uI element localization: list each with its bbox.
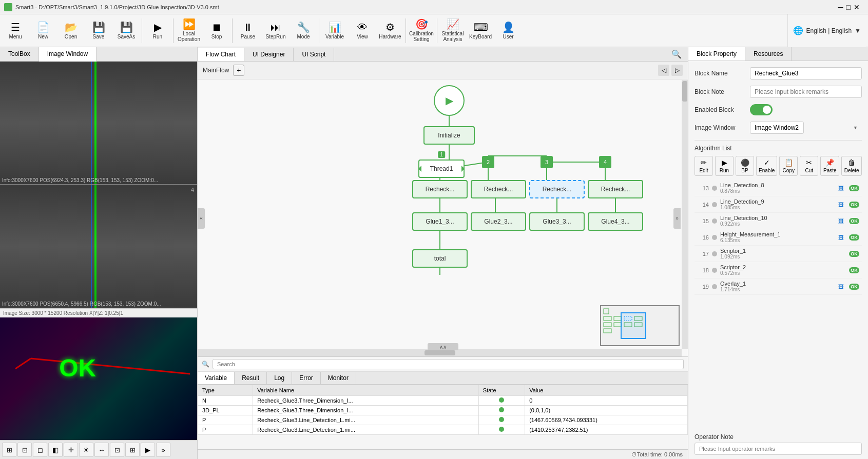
toolbar-statistical-btn[interactable]: 📈Statistical Analysis [439, 16, 466, 46]
toolbar-hardware-btn[interactable]: ⚙Hardware [377, 16, 403, 46]
maximize-btn[interactable]: □ [846, 3, 851, 11]
image-panel-ok[interactable]: OK [0, 317, 197, 440]
toolbar-mode-btn[interactable]: 🔧Mode [290, 16, 317, 46]
tool-zoom2-btn[interactable]: ⊡ [110, 443, 124, 457]
ui-designer-tab[interactable]: UI Designer [244, 48, 294, 61]
tool-zoom-btn[interactable]: ⊡ [17, 443, 32, 457]
table-row[interactable]: P Recheck_Glue3.Line_Detection_1.mi... (… [198, 425, 688, 435]
toolbar-stop-btn[interactable]: ⏹Stop [203, 16, 230, 46]
flow-collapse-right[interactable]: » [673, 208, 681, 229]
algo-ok-icon[interactable]: OK [848, 215, 860, 227]
toolbar-save-btn[interactable]: 💾Save [85, 16, 112, 46]
ui-script-tab[interactable]: UI Script [294, 48, 334, 61]
glue3-node[interactable]: Glue3_3... [529, 212, 585, 231]
flow-canvas[interactable]: ▶ Initialize 1 Thread1 2 3 4 Recheck... [198, 80, 688, 356]
toolbar-view-btn[interactable]: 👁View [349, 16, 376, 46]
algo-img-icon[interactable]: 🖼 [835, 183, 846, 194]
log-tab[interactable]: Log [267, 372, 292, 384]
tool-select-btn[interactable]: ⊞ [2, 443, 16, 457]
minimize-btn[interactable]: ─ [838, 3, 843, 11]
toolbar-new-btn[interactable]: 📄New [30, 16, 56, 46]
variable-tab[interactable]: Variable [198, 372, 235, 384]
algo-copy-btn[interactable]: 📋 Copy [779, 156, 798, 176]
flow-collapse-left[interactable]: « [198, 208, 205, 229]
algo-bp-btn[interactable]: ⚫ BP [736, 156, 754, 176]
flow-chart-tab[interactable]: Flow Chart [198, 48, 244, 61]
variable-search-input[interactable] [213, 359, 684, 369]
tool-fit-btn[interactable]: ↔ [94, 443, 109, 457]
toolbar-local-op-btn[interactable]: ⏩Local Operation [176, 16, 202, 46]
flow-hscrollbar[interactable] [198, 349, 682, 356]
enabled-toggle[interactable] [750, 104, 773, 115]
language-selector[interactable]: 🌐 English | English ▼ [787, 14, 866, 47]
algo-run-btn[interactable]: ▶ Run [715, 156, 734, 176]
algorithm-item[interactable]: 16 Height_Measurement_1 6.135ms 🖼OK [695, 229, 862, 246]
algo-ok-icon[interactable]: OK [848, 232, 860, 243]
toolbar-calibration-btn[interactable]: 🎯Calibration Setting [408, 16, 435, 46]
algorithm-item[interactable]: 17 Scriptor_1 1.092ms OK [695, 246, 862, 262]
image-panel-2[interactable]: 4 Info:3000X7600 POS(6650.4, 5966.5) RGB… [0, 185, 197, 308]
toolbar-keyboard-btn[interactable]: ⌨KeyBoard [467, 16, 494, 46]
algorithm-item[interactable]: 19 Overlay_1 1.714ms 🖼OK [695, 278, 862, 295]
algo-img-icon[interactable]: 🖼 [835, 232, 846, 243]
thread1-node[interactable]: 1 Thread1 [418, 159, 465, 178]
recheck4-node[interactable]: Recheck... [588, 180, 643, 198]
resources-tab[interactable]: Resources [745, 47, 792, 61]
toolbar-variable-btn[interactable]: 📊Variable [321, 16, 348, 46]
algorithm-item[interactable]: 15 Line_Detection_10 0.922ms 🖼OK [695, 213, 862, 229]
algo-ok-icon[interactable]: OK [848, 281, 860, 292]
toolbox-tab[interactable]: ToolBox [0, 47, 39, 61]
toolbar-menu-btn[interactable]: ☰Menu [2, 16, 29, 46]
recheck2-node[interactable]: Recheck... [471, 180, 526, 198]
total-node[interactable]: total [412, 249, 468, 268]
glue2-node[interactable]: Glue2_3... [471, 212, 526, 231]
image-window-tab[interactable]: Image Window [39, 47, 97, 62]
glue1-node[interactable]: Glue1_3... [412, 212, 468, 231]
algo-ok-icon[interactable]: OK [848, 265, 860, 276]
block-name-input[interactable] [750, 67, 862, 79]
toolbar-user-btn[interactable]: 👤User [495, 16, 522, 46]
algorithm-item[interactable]: 14 Line_Detection_9 1.085ms 🖼OK [695, 196, 862, 213]
glue4-node[interactable]: Glue4_3... [588, 212, 643, 231]
table-row[interactable]: N Recheck_Glue3.Three_Dimension_I... 0 [198, 396, 688, 406]
toolbar-run-btn[interactable]: ▶Run [144, 16, 171, 46]
algorithm-item[interactable]: 18 Scriptor_2 0.572ms OK [695, 262, 862, 278]
image-window-select[interactable]: Image Window2 [750, 122, 804, 134]
algo-enable-btn[interactable]: ✓ Enable [756, 156, 777, 176]
algo-paste-btn[interactable]: 📌 Paste [820, 156, 839, 176]
table-row[interactable]: 3D_PL Recheck_Glue3.Three_Dimension_I...… [198, 406, 688, 415]
start-node[interactable]: ▶ [434, 85, 465, 116]
flow-add-tab-btn[interactable]: + [233, 65, 244, 76]
algo-cut-btn[interactable]: ✂ Cut [800, 156, 818, 176]
tool-grid-btn[interactable]: ⊞ [125, 443, 140, 457]
algo-ok-icon[interactable]: OK [848, 183, 860, 194]
initialize-node[interactable]: Initialize [423, 126, 475, 145]
flow-nav-left-btn[interactable]: ◁ [658, 65, 669, 76]
image-panel-1[interactable]: Info:3000X7600 POS(6924.3, 253.3) RGB(15… [0, 62, 197, 185]
flow-search-btn[interactable]: 🔍 [669, 47, 684, 61]
toolbar-pause-btn[interactable]: ⏸Pause [235, 16, 261, 46]
algorithm-item[interactable]: 13 Line_Detection_8 0.878ms 🖼OK [695, 180, 862, 196]
tool-crop-btn[interactable]: ◧ [48, 443, 63, 457]
table-row[interactable]: P Recheck_Glue3.Line_Detection_L.mi... (… [198, 415, 688, 425]
toolbar-open-btn[interactable]: 📂Open [57, 16, 84, 46]
flow-collapse-bottom[interactable]: ∧∧ [428, 343, 458, 350]
block-property-tab[interactable]: Block Property [688, 47, 745, 61]
error-tab[interactable]: Error [292, 372, 321, 384]
flow-vscrollbar[interactable] [682, 80, 688, 349]
tool-cross-btn[interactable]: ✛ [64, 443, 78, 457]
tool-rect-btn[interactable]: ◻ [33, 443, 47, 457]
tool-brightness-btn[interactable]: ☀ [79, 443, 93, 457]
flow-nav-right-btn[interactable]: ▷ [671, 65, 683, 76]
block-note-input[interactable] [750, 86, 862, 98]
algo-edit-btn[interactable]: ✏ Edit [695, 156, 713, 176]
recheck1-node[interactable]: Recheck... [412, 180, 468, 198]
recheck3-node[interactable]: Recheck... [529, 180, 585, 198]
algo-delete-btn[interactable]: 🗑 Delete [841, 156, 862, 176]
algo-img-icon[interactable]: 🖼 [835, 281, 846, 292]
tool-play-btn[interactable]: ▶ [141, 443, 155, 457]
algo-img-icon[interactable]: 🖼 [835, 199, 846, 210]
result-tab[interactable]: Result [235, 372, 267, 384]
algo-img-icon[interactable]: 🖼 [835, 215, 846, 227]
toolbar-step-run-btn[interactable]: ⏭StepRun [262, 16, 289, 46]
